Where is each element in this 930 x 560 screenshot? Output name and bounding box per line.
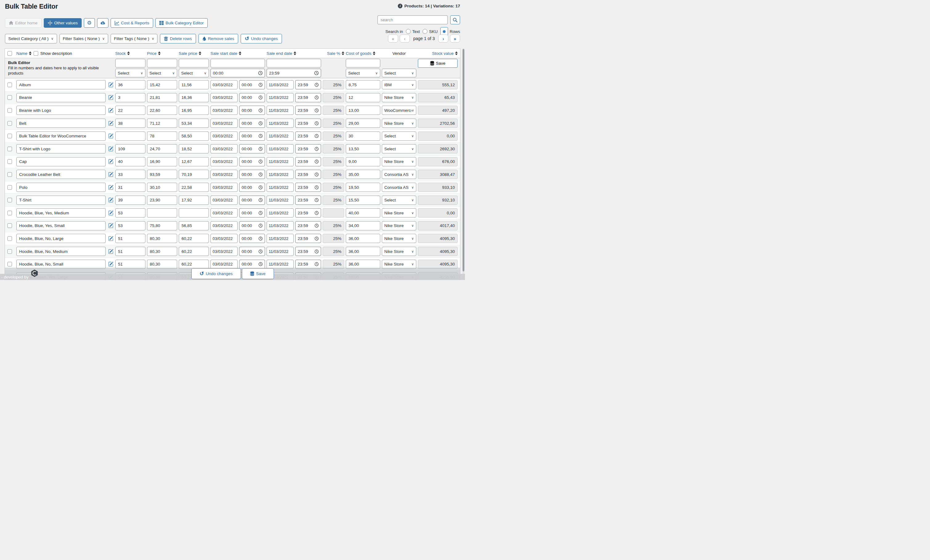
sale-price-input[interactable] <box>179 221 209 231</box>
bottom-undo-changes-button[interactable]: ↺ Undo changes <box>191 268 241 279</box>
sale-start-time-input[interactable]: 00:00 <box>239 80 265 89</box>
search-input[interactable] <box>377 15 448 24</box>
cost-of-goods-input[interactable] <box>346 208 380 217</box>
edit-name-button[interactable] <box>108 197 114 203</box>
sale-end-time-input[interactable]: 23:59 <box>295 157 321 166</box>
stock-input[interactable] <box>115 195 145 205</box>
product-name-input[interactable] <box>16 118 106 128</box>
cost-of-goods-input[interactable] <box>346 93 380 102</box>
price-input[interactable] <box>147 80 177 89</box>
undo-changes-button[interactable]: ↺ Undo changes <box>241 34 282 43</box>
edit-name-button[interactable] <box>108 95 114 101</box>
sale-start-time-input[interactable]: 00:00 <box>239 106 265 115</box>
sale-end-time-input[interactable]: 23:59 <box>295 106 321 115</box>
developer-logo[interactable] <box>31 269 38 278</box>
bulk-sale-price-input[interactable] <box>179 59 209 68</box>
sale-start-time-input[interactable]: 00:00 <box>239 221 265 231</box>
sale-price-input[interactable] <box>179 106 209 115</box>
sale-end-time-input[interactable]: 23:59 <box>295 118 321 128</box>
price-input[interactable] <box>147 144 177 154</box>
product-name-input[interactable] <box>16 93 106 102</box>
bulk-stock-select[interactable]: Select∨ <box>115 69 145 77</box>
sale-end-time-input[interactable]: 23:59 <box>295 208 321 217</box>
vendor-select[interactable]: Nike Store∨ <box>382 234 416 243</box>
vendor-select[interactable]: Consortia AS∨ <box>382 170 416 179</box>
stock-input[interactable] <box>115 80 145 89</box>
stock-input[interactable] <box>115 118 145 128</box>
cost-of-goods-input[interactable] <box>346 80 380 89</box>
sale-end-time-input[interactable]: 23:59 <box>295 183 321 192</box>
sale-price-input[interactable] <box>179 157 209 166</box>
sale-price-input[interactable] <box>179 144 209 154</box>
sale-start-date-input[interactable] <box>211 80 237 89</box>
sale-end-time-input[interactable]: 23:59 <box>295 221 321 231</box>
radio-text[interactable]: Text <box>406 29 420 34</box>
export-button[interactable] <box>97 18 108 28</box>
cost-of-goods-input[interactable] <box>346 118 380 128</box>
sale-end-time-input[interactable]: 23:59 <box>295 80 321 89</box>
cost-of-goods-input[interactable] <box>346 183 380 192</box>
cost-of-goods-input[interactable] <box>346 132 380 141</box>
last-page-button[interactable]: » <box>450 34 460 43</box>
sale-start-time-input[interactable]: 00:00 <box>239 234 265 243</box>
sort-price[interactable]: Price <box>147 51 177 56</box>
price-input[interactable] <box>147 118 177 128</box>
price-input[interactable] <box>147 247 177 256</box>
sale-start-time-input[interactable]: 00:00 <box>239 195 265 205</box>
vendor-select[interactable]: Nike Store∨ <box>382 247 416 256</box>
sale-start-time-input[interactable]: 00:00 <box>239 93 265 102</box>
price-input[interactable] <box>147 195 177 205</box>
price-input[interactable] <box>147 208 177 217</box>
sale-end-time-input[interactable]: 23:59 <box>295 93 321 102</box>
bulk-cost-select[interactable]: Select∨ <box>346 69 380 77</box>
sale-price-input[interactable] <box>179 183 209 192</box>
sale-start-date-input[interactable] <box>211 221 237 231</box>
cost-of-goods-input[interactable] <box>346 157 380 166</box>
vendor-select[interactable]: Nike Store∨ <box>382 157 416 166</box>
settings-button[interactable]: ⚙ <box>84 18 95 28</box>
sale-end-time-input[interactable]: 23:59 <box>295 247 321 256</box>
scrollbar[interactable] <box>462 48 464 280</box>
sale-end-date-input[interactable] <box>266 106 294 115</box>
bulk-category-editor-button[interactable]: Bulk Category Editor <box>155 18 208 28</box>
edit-name-button[interactable] <box>108 120 114 126</box>
vendor-select[interactable]: Nike Store∨ <box>382 221 416 231</box>
edit-name-button[interactable] <box>108 158 114 165</box>
edit-name-button[interactable] <box>108 146 114 152</box>
price-input[interactable] <box>147 157 177 166</box>
sale-start-date-input[interactable] <box>211 195 237 205</box>
stock-input[interactable] <box>115 106 145 115</box>
sale-start-date-input[interactable] <box>211 208 237 217</box>
vendor-select[interactable]: IBM∨ <box>382 80 416 89</box>
stock-input[interactable] <box>115 93 145 102</box>
cost-of-goods-input[interactable] <box>346 247 380 256</box>
sale-end-date-input[interactable] <box>266 157 294 166</box>
product-name-input[interactable] <box>16 132 106 141</box>
category-filter-select[interactable]: Select Category ( All ) ∨ <box>5 34 57 43</box>
show-description-checkbox[interactable] <box>34 51 38 56</box>
product-name-input[interactable] <box>16 247 106 256</box>
cost-of-goods-input[interactable] <box>346 106 380 115</box>
bulk-cost-input[interactable] <box>346 59 380 68</box>
sale-end-date-input[interactable] <box>266 221 294 231</box>
sale-end-date-input[interactable] <box>266 247 294 256</box>
row-checkbox[interactable] <box>8 236 12 241</box>
row-checkbox[interactable] <box>8 223 12 228</box>
row-checkbox[interactable] <box>8 172 12 177</box>
sale-start-time-input[interactable]: 00:00 <box>239 157 265 166</box>
sale-start-time-input[interactable]: 00:00 <box>239 183 265 192</box>
price-input[interactable] <box>147 221 177 231</box>
price-input[interactable] <box>147 183 177 192</box>
edit-name-button[interactable] <box>108 223 114 229</box>
edit-name-button[interactable] <box>108 210 114 216</box>
sales-filter-select[interactable]: Filter Sales ( None ) ∨ <box>60 34 108 43</box>
search-button[interactable] <box>450 15 460 24</box>
sale-price-input[interactable] <box>179 195 209 205</box>
sort-sale-price[interactable]: Sale price <box>179 51 209 56</box>
row-checkbox[interactable] <box>8 108 12 113</box>
sale-price-input[interactable] <box>179 247 209 256</box>
bulk-stock-input[interactable] <box>115 59 145 68</box>
stock-input[interactable] <box>115 170 145 179</box>
vendor-select[interactable]: Nike Store∨ <box>382 118 416 128</box>
sale-start-time-input[interactable]: 00:00 <box>239 118 265 128</box>
